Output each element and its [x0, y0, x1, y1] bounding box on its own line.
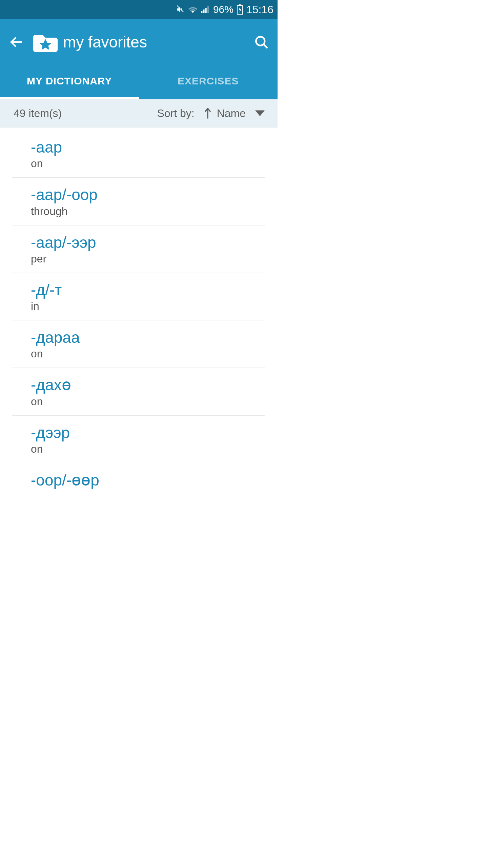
word-text: -оор/-өөр — [31, 472, 265, 488]
word-text: -аар/-оор — [31, 186, 265, 203]
word-text: -дээр — [31, 425, 265, 441]
battery-percent: 96% — [213, 4, 233, 15]
list-item[interactable]: -дээр on — [12, 416, 265, 463]
list-item[interactable]: -д/-т in — [12, 273, 265, 320]
back-button[interactable] — [9, 35, 23, 49]
list-item[interactable]: -дараа on — [12, 320, 265, 368]
item-count: 49 item(s) — [14, 107, 157, 120]
mute-icon — [176, 5, 185, 14]
list-item[interactable]: -аар/-оор through — [12, 178, 265, 225]
translation-text: per — [31, 253, 265, 265]
word-text: -аар — [31, 139, 265, 155]
clock-time: 15:16 — [246, 3, 273, 16]
svg-rect-2 — [205, 8, 207, 13]
translation-text: on — [31, 443, 265, 455]
sort-field-label: Name — [217, 107, 246, 120]
word-text: -д/-т — [31, 282, 265, 298]
list-item[interactable]: -аар/-ээр per — [12, 225, 265, 273]
signal-icon — [201, 6, 210, 13]
info-row: 49 item(s) Sort by: Name — [0, 99, 278, 127]
tab-label: EXERCISES — [178, 75, 239, 87]
translation-text: in — [31, 300, 265, 313]
translation-text: through — [31, 205, 265, 218]
list-item[interactable]: -оор/-өөр — [12, 463, 265, 494]
word-text: -дахө — [31, 377, 265, 393]
list-item[interactable]: -аар on — [12, 127, 265, 178]
svg-rect-3 — [207, 6, 209, 13]
list-item[interactable]: -дахө on — [12, 368, 265, 415]
word-text: -дараа — [31, 329, 265, 346]
word-list: -аар on -аар/-оор through -аар/-ээр per … — [0, 127, 278, 494]
wifi-icon — [188, 6, 198, 13]
favorites-folder-icon — [33, 32, 58, 52]
svg-rect-0 — [201, 11, 203, 13]
status-bar: 96% 15:16 — [0, 0, 278, 19]
sort-direction-button[interactable] — [204, 107, 211, 119]
svg-rect-1 — [203, 9, 205, 13]
translation-text: on — [31, 395, 265, 408]
search-button[interactable] — [254, 35, 269, 50]
app-bar: my favorites — [0, 19, 278, 65]
translation-text: on — [31, 157, 265, 170]
word-text: -аар/-ээр — [31, 234, 265, 251]
sort-by-label: Sort by: — [157, 107, 194, 120]
page-title: my favorites — [63, 33, 254, 51]
tab-exercises[interactable]: EXERCISES — [139, 65, 278, 99]
status-icons — [176, 5, 210, 14]
tab-bar: MY DICTIONARY EXERCISES — [0, 65, 278, 99]
sort-dropdown[interactable] — [255, 110, 265, 116]
tab-label: MY DICTIONARY — [27, 75, 112, 87]
tab-my-dictionary[interactable]: MY DICTIONARY — [0, 65, 139, 99]
svg-line-8 — [263, 44, 267, 47]
battery-charging-icon — [237, 4, 243, 15]
translation-text: on — [31, 348, 265, 360]
